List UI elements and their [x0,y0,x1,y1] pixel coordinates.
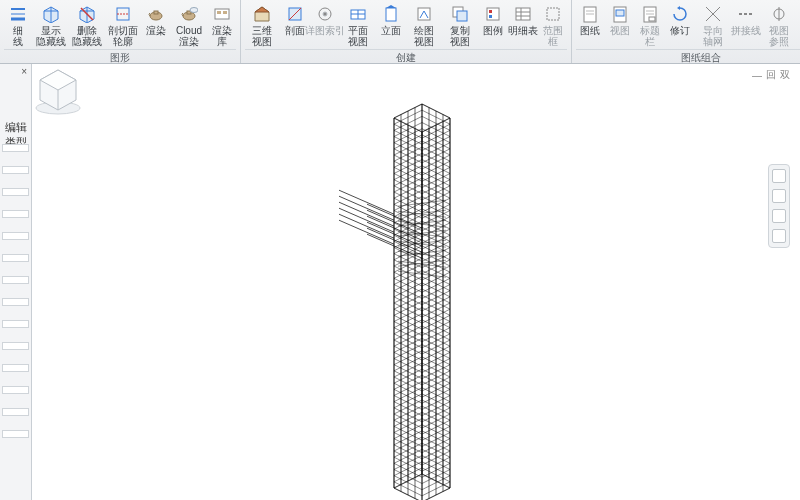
dup-view-button[interactable]: 复制 视图 [443,2,477,47]
rev-icon [670,4,690,24]
nav-pan-icon[interactable] [772,189,786,203]
property-field[interactable] [2,276,29,284]
cloud-render-button[interactable]: Cloud 渲染 [172,2,206,47]
nav-wheel-icon[interactable] [772,169,786,183]
3d-view-button[interactable]: 三维 视图 [245,2,279,47]
property-field[interactable] [2,166,29,174]
title-blk-button: 标题 栏 [636,2,664,47]
button-label: 三维 视图 [252,25,272,47]
svg-line-324 [339,196,394,220]
property-field[interactable] [2,320,29,328]
title-icon [640,4,660,24]
property-field[interactable] [2,210,29,218]
property-field[interactable] [2,364,29,372]
remove-hide-button[interactable]: 删除 隐藏线 [70,2,104,47]
sheet-button[interactable]: 图纸 [576,2,604,47]
render-lib-button[interactable]: 渲染 库 [208,2,236,47]
scope-icon [543,4,563,24]
schedule-button[interactable]: 明细表 [509,2,537,47]
button-label: 范围 框 [543,25,563,47]
button-label: 剖面 [285,25,305,36]
sidebar-fields [2,144,29,496]
button-label: 渲染 [146,25,166,36]
draft-icon [414,4,434,24]
draft-view-button[interactable]: 绘图 视图 [407,2,441,47]
button-label: 渲染 库 [212,25,232,47]
legend-button[interactable]: 图例 [479,2,507,47]
house3d-icon [252,4,272,24]
property-field[interactable] [2,408,29,416]
detail-icon [315,4,335,24]
teapot-icon [146,4,166,24]
button-label: 图例 [483,25,503,36]
guide-button: 导向 轴网 [696,2,730,47]
button-label: 平面 视图 [348,25,368,47]
revision-button[interactable]: 修订 [666,2,694,47]
plan-view-button[interactable]: 平面 视图 [341,2,375,47]
view-button: 视图 [606,2,634,47]
button-label: 导向 轴网 [703,25,723,47]
ribbon-group-图形: 细 线显示 隐藏线删除 隐藏线剖切面 轮廓渲染Cloud 渲染渲染 库图形 [0,0,241,63]
gallery-icon [212,4,232,24]
button-label: 剖切面 轮廓 [108,25,138,47]
nav-orbit-icon[interactable] [772,229,786,243]
section-icon [285,4,305,24]
3d-viewport[interactable]: — 回 双 [32,64,800,500]
schedule-icon [513,4,533,24]
svg-line-322 [339,190,394,214]
cube-del-icon [77,4,97,24]
vref-icon [769,4,789,24]
button-label: 视图 [610,25,630,36]
show-hide-button[interactable]: 显示 隐藏线 [34,2,68,47]
property-field[interactable] [2,342,29,350]
view-icon [610,4,630,24]
property-field[interactable] [2,188,29,196]
property-field[interactable] [2,430,29,438]
elev-icon [381,4,401,24]
ribbon-toolbar: 细 线显示 隐藏线删除 隐藏线剖切面 轮廓渲染Cloud 渲染渲染 库图形三维 … [0,0,800,64]
button-label: 细 线 [13,25,23,47]
properties-sidebar: × 编辑类型 [0,64,32,500]
button-label: 立面 [381,25,401,36]
teapot-cloud-icon [179,4,199,24]
match-icon [736,4,756,24]
cut-profile-button[interactable]: 剖切面 轮廓 [106,2,140,47]
property-field[interactable] [2,386,29,394]
scope-box-button: 范围 框 [539,2,567,47]
view-cube[interactable] [32,64,84,116]
thin-line-button[interactable]: 细 线 [4,2,32,47]
render-button[interactable]: 渲染 [142,2,170,47]
property-field[interactable] [2,298,29,306]
dup-icon [450,4,470,24]
property-field[interactable] [2,254,29,262]
button-label: 删除 隐藏线 [72,25,102,47]
workspace: × 编辑类型 — 回 双 [0,64,800,500]
button-label: 修订 [670,25,690,36]
plan-icon [348,4,368,24]
ribbon-group-创建: 三维 视图剖面详图索引平面 视图立面绘图 视图复制 视图图例明细表范围 框创建 [241,0,572,63]
legend-icon [483,4,503,24]
nav-zoom-icon[interactable] [772,209,786,223]
model-drawing [32,64,800,500]
lines-icon [8,4,28,24]
sheet-icon [580,4,600,24]
elevation-button[interactable]: 立面 [377,2,405,47]
button-label: 拼接线 [731,25,761,36]
property-field[interactable] [2,144,29,152]
property-field[interactable] [2,232,29,240]
sidebar-close-icon[interactable]: × [21,66,27,77]
button-label: 明细表 [508,25,538,36]
button-label: 绘图 视图 [414,25,434,47]
svg-line-330 [339,214,394,238]
svg-line-328 [339,208,394,232]
button-label: 复制 视图 [450,25,470,47]
button-label: Cloud 渲染 [176,25,202,47]
button-label: 详图索引 [305,25,345,36]
button-label: 图纸 [580,25,600,36]
guide-icon [703,4,723,24]
cube-show-icon [41,4,61,24]
navigation-bar [768,164,790,248]
ribbon-group-图纸组合: 图纸视图标题 栏修订导向 轴网拼接线视图 参照视口图纸组合 [572,0,800,63]
view-ref-button: 视图 参照 [762,2,796,47]
detail-button: 详图索引 [311,2,339,47]
